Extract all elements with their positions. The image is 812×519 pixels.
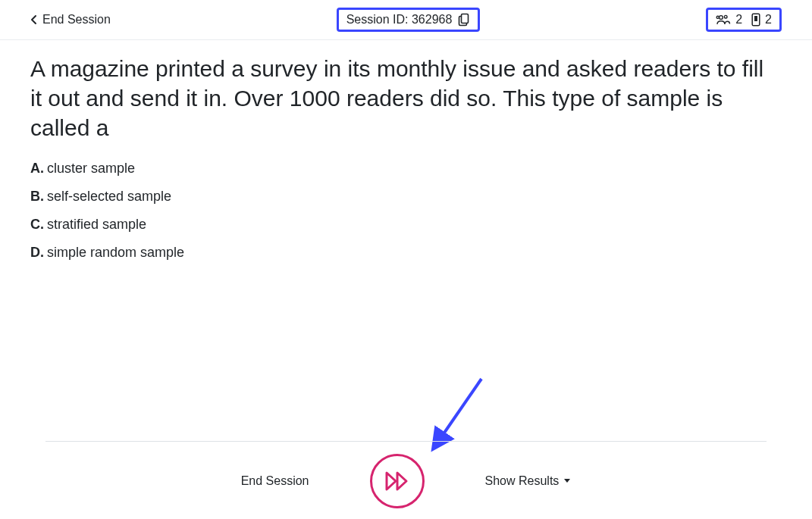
svg-point-3 xyxy=(716,16,719,18)
svg-point-2 xyxy=(725,15,728,18)
answer-letter: B. xyxy=(30,189,44,204)
caret-down-icon xyxy=(563,478,571,484)
answer-letter: D. xyxy=(30,245,44,260)
answer-option-c: C.stratified sample xyxy=(30,217,782,233)
counts-box: 2 2 xyxy=(706,8,782,32)
footer-bar: End Session Show Results xyxy=(0,441,812,508)
answer-text: cluster sample xyxy=(47,161,135,176)
answer-option-d: D.simple random sample xyxy=(30,245,782,261)
users-icon xyxy=(716,14,731,26)
devices-count-value: 2 xyxy=(765,13,772,27)
end-session-button-label: End Session xyxy=(241,474,309,488)
footer-controls: End Session Show Results xyxy=(45,454,767,508)
end-session-link-top[interactable]: End Session xyxy=(30,13,111,27)
next-button[interactable] xyxy=(370,454,425,508)
answer-letter: A. xyxy=(30,161,44,176)
end-session-label-top: End Session xyxy=(42,13,111,27)
show-results-button[interactable]: Show Results xyxy=(485,474,572,488)
svg-point-1 xyxy=(720,16,723,20)
answer-options: A.cluster sample B.self-selected sample … xyxy=(30,161,782,261)
main-content: A magazine printed a survey in its month… xyxy=(0,40,812,261)
chevron-left-icon xyxy=(30,14,38,25)
fast-forward-icon xyxy=(384,470,411,492)
show-results-label: Show Results xyxy=(485,474,560,488)
session-id-text: Session ID: 362968 xyxy=(346,13,453,27)
devices-count: 2 xyxy=(751,13,772,27)
question-prompt: A magazine printed a survey in its month… xyxy=(30,54,782,142)
copy-icon[interactable] xyxy=(458,13,470,27)
session-id-box: Session ID: 362968 xyxy=(337,8,481,32)
answer-option-a: A.cluster sample xyxy=(30,161,782,177)
footer-divider xyxy=(45,441,767,442)
svg-line-6 xyxy=(434,379,481,447)
answer-text: stratified sample xyxy=(47,217,146,232)
answer-text: self-selected sample xyxy=(47,189,171,204)
svg-rect-5 xyxy=(754,16,757,21)
device-icon xyxy=(751,13,760,27)
top-bar: End Session Session ID: 362968 2 xyxy=(0,0,812,40)
participants-count: 2 xyxy=(716,13,742,27)
answer-text: simple random sample xyxy=(47,245,184,260)
answer-option-b: B.self-selected sample xyxy=(30,189,782,205)
answer-letter: C. xyxy=(30,217,44,232)
svg-rect-0 xyxy=(462,14,469,23)
end-session-button[interactable]: End Session xyxy=(241,474,309,488)
participants-count-value: 2 xyxy=(735,13,742,27)
